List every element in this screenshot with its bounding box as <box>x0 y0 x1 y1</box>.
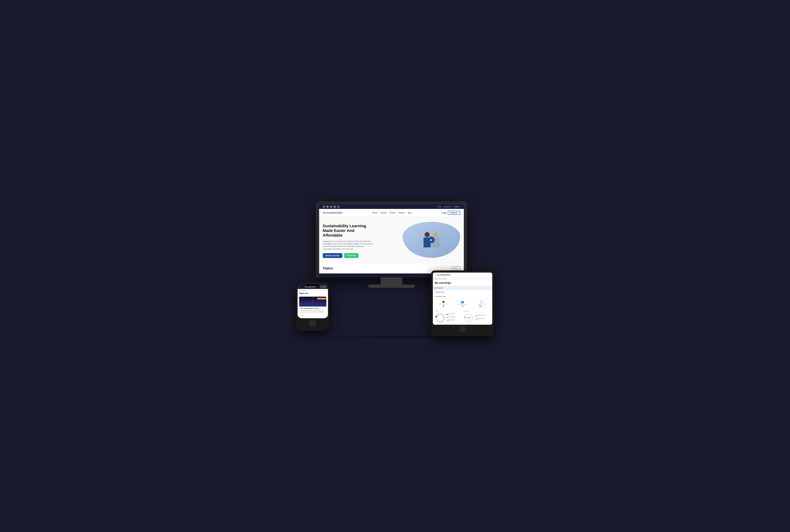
topics-donut-chart <box>435 312 445 323</box>
tablet-ongoing-item[interactable]: Ongoing Topics <box>433 290 492 294</box>
tablet-stats: 🎓 TOPICS COMPLETED 0 👥 COURSES COMPLETED… <box>433 299 492 309</box>
pending-text: Pending Topics 10 <box>448 319 455 322</box>
tablet-completed-item[interactable]: Completed Topics <box>433 294 492 299</box>
completed-dot <box>446 317 448 318</box>
stat-time-value: 9 mins <box>473 305 491 307</box>
legend-pending-courses: Pending Courses 88 <box>475 318 486 320</box>
stat-topics: 🎓 TOPICS COMPLETED 0 <box>435 300 452 307</box>
phone-card-meta: 6 Courses <box>300 315 325 316</box>
phone-topic-card[interactable]: ★ · · ★ · ★ One Course Free The Sustaina… <box>299 297 327 317</box>
nav-pricing[interactable]: Pricing <box>390 212 395 214</box>
nav-about[interactable]: About <box>373 212 377 214</box>
faqs-link[interactable]: FAQs <box>437 206 441 208</box>
twitter-icon[interactable]: t <box>337 206 340 208</box>
ongoing-text: Ongoing Topics 1 <box>448 313 455 316</box>
phone-card-body: The Sustainability Journey We live in ex… <box>299 306 326 317</box>
phone-card-desc: We live in exciting times when big chang… <box>300 310 325 314</box>
legend-completed-courses: Completed Courses 2 <box>475 315 486 317</box>
phone-outer: ≡ my SustainOnline Register Home › Topic… <box>296 282 329 331</box>
tablet-breadcrumb-page: My Learnings <box>439 278 446 279</box>
hero-image: ▶ <box>403 222 460 258</box>
phone-card-title: The Sustainability Journey <box>300 307 325 309</box>
topics-legend: Ongoing Topics 1 Completed Topics 0 <box>446 313 456 323</box>
hero-image-bg: ▶ <box>403 222 460 258</box>
person-head-1 <box>425 232 430 237</box>
logo: my SustainOnline <box>323 211 343 214</box>
tablet-screen: ≡ my SustainOnline Home › My Learnings M… <box>433 272 492 325</box>
topics-chart-section: TOPICS <box>435 310 462 323</box>
stat-time-icon: 🕐 <box>473 300 491 303</box>
contact-link[interactable]: Contact Us <box>443 206 452 208</box>
free-badge: One Course Free <box>317 298 326 300</box>
browse-courses-button[interactable]: Browse courses <box>323 253 342 258</box>
completed-courses-text: Completed Courses 2 <box>477 315 486 317</box>
top-bar: f ◉ in ▶ t FAQs Contact Us English ▾ <box>319 205 464 209</box>
phone-page-title: Topic List <box>298 291 328 296</box>
phone-register-button[interactable]: Register <box>320 286 326 288</box>
nav-partners[interactable]: Partners <box>398 212 405 214</box>
courses-chart-section: COURSES 2.22% COMPLETED <box>463 310 491 323</box>
nav-bar: my SustainOnline About Courses Pricing P… <box>319 209 464 217</box>
nav-courses[interactable]: Courses <box>380 212 387 214</box>
pending-courses-text: Pending Courses 88 <box>477 318 484 320</box>
stat-topics-value: 0 <box>435 305 452 307</box>
ongoing-dot <box>446 314 448 315</box>
tablet-page-title: My Learnings <box>433 280 492 286</box>
nav-links: About Courses Pricing Partners Blog <box>373 212 411 214</box>
tablet-home-button[interactable] <box>459 326 466 332</box>
linkedin-icon[interactable]: in <box>330 206 332 208</box>
stars-illustration: ★ · · ★ · ★ <box>301 298 305 299</box>
hero-title: Sustainability Learning Made Easier And … <box>323 224 399 238</box>
logo-my: my <box>323 211 326 214</box>
phone-home-button[interactable] <box>309 320 316 327</box>
try-free-button[interactable]: Try for free <box>344 253 359 258</box>
legend-pending-topics: Pending Topics 10 <box>446 319 456 322</box>
courses-donut-chart: 2.22% COMPLETED <box>463 312 474 323</box>
phone-device: ≡ my SustainOnline Register Home › Topic… <box>296 282 329 331</box>
register-button[interactable]: Register <box>448 211 460 215</box>
topics-chart-title: TOPICS <box>435 310 462 311</box>
road-illustration <box>309 297 316 306</box>
login-button[interactable]: Login <box>441 212 446 214</box>
phone-hamburger-icon[interactable]: ≡ <box>299 286 300 288</box>
svg-point-2 <box>436 314 444 322</box>
website: f ◉ in ▶ t FAQs Contact Us English ▾ <box>319 205 464 278</box>
topics-donut-container: Ongoing Topics 1 Completed Topics 0 <box>435 312 462 323</box>
tablet-hamburger-icon[interactable]: ≡ <box>435 274 436 276</box>
play-button[interactable]: ▶ <box>428 236 435 243</box>
all-topics-button[interactable]: All To... <box>451 266 460 270</box>
imac-neck <box>381 278 402 285</box>
facebook-icon[interactable]: f <box>323 206 325 208</box>
youtube-icon[interactable]: ▶ <box>334 206 336 208</box>
stat-topics-icon: 🎓 <box>435 300 452 303</box>
tablet-nav: ≡ my SustainOnline <box>433 272 492 277</box>
tablet-outer: ≡ my SustainOnline Home › My Learnings M… <box>431 270 494 336</box>
phone-breadcrumb: Home › Topic List <box>298 289 328 291</box>
hero-buttons: Browse courses Try for free <box>323 253 399 258</box>
donut-center: 2.22% <box>467 317 471 318</box>
phone-notch <box>307 285 319 286</box>
tablet-breadcrumb-home[interactable]: Home <box>435 278 438 279</box>
logo-main: SustainOnline <box>327 211 342 214</box>
tablet-breadcrumb: Home › My Learnings <box>433 277 492 280</box>
phone-logo: my SustainOnline <box>305 286 315 287</box>
language-selector[interactable]: English ▾ <box>453 206 460 208</box>
tablet-progress-tab[interactable]: My Progress <box>433 286 492 290</box>
nav-buttons: Login Register <box>441 211 460 215</box>
topics-header: Topics All To... <box>323 266 460 270</box>
nav-blog[interactable]: Blog <box>408 212 411 214</box>
stat-time-unit: mins <box>481 306 483 307</box>
imac-screen-outer: f ◉ in ▶ t FAQs Contact Us English ▾ <box>316 201 467 278</box>
donut-sub: COMPLETED <box>466 318 471 319</box>
imac-screen-inner: f ◉ in ▶ t FAQs Contact Us English ▾ <box>319 205 464 278</box>
pending-dot <box>446 320 448 321</box>
hero-text: Sustainability Learning Made Easier And … <box>323 222 399 259</box>
stat-courses-icon: 👥 <box>454 300 471 303</box>
imac-base <box>368 285 415 288</box>
tablet-logo: my SustainOnline <box>437 274 450 276</box>
breadcrumb-home[interactable]: Home <box>299 290 302 291</box>
instagram-icon[interactable]: ◉ <box>326 206 329 208</box>
pending-courses-dot <box>475 319 476 320</box>
courses-donut-container: 2.22% COMPLETED Completed Courses 2 <box>463 312 491 323</box>
legend-ongoing: Ongoing Topics 1 <box>446 313 456 316</box>
